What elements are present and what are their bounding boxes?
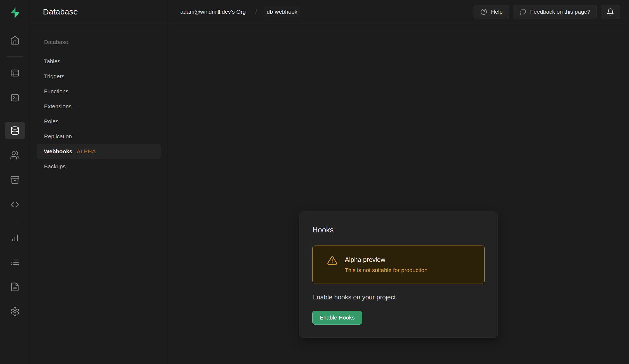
top-actions: Help Feedback on this page? bbox=[474, 5, 620, 19]
feedback-button-label: Feedback on this page? bbox=[530, 9, 590, 15]
database-sidebar: Database Database Tables Triggers Functi… bbox=[30, 0, 168, 364]
main-column: adam@windmill.dev's Org / db-webhook Hel… bbox=[168, 0, 629, 364]
content-area: Hooks Alpha preview This is not suitable… bbox=[168, 24, 629, 364]
edge-functions-icon bbox=[10, 200, 20, 210]
menu-item-backups[interactable]: Backups bbox=[37, 159, 161, 174]
notifications-button[interactable] bbox=[601, 5, 620, 19]
rail-divider bbox=[7, 221, 23, 221]
nav-database[interactable] bbox=[5, 122, 25, 139]
supabase-bolt-icon bbox=[9, 6, 21, 19]
nav-reports[interactable] bbox=[5, 229, 25, 246]
home-icon bbox=[10, 35, 20, 45]
sql-editor-icon bbox=[10, 93, 20, 103]
menu-item-extensions[interactable]: Extensions bbox=[37, 99, 161, 114]
nav-settings[interactable] bbox=[5, 303, 25, 320]
menu-item-replication[interactable]: Replication bbox=[37, 129, 161, 144]
api-docs-icon bbox=[10, 282, 20, 292]
page-title: Database bbox=[43, 7, 78, 16]
rail-divider bbox=[7, 114, 23, 114]
logs-icon bbox=[10, 257, 20, 267]
hooks-card-title: Hooks bbox=[312, 226, 485, 234]
alert-title: Alpha preview bbox=[345, 256, 427, 263]
feedback-button[interactable]: Feedback on this page? bbox=[513, 5, 597, 19]
app-root: Database Database Tables Triggers Functi… bbox=[0, 0, 629, 364]
menu-item-triggers[interactable]: Triggers bbox=[37, 69, 161, 84]
enable-hooks-button[interactable]: Enable Hooks bbox=[312, 311, 362, 325]
sidebar-header: Database bbox=[30, 0, 168, 24]
nav-storage[interactable] bbox=[5, 171, 25, 189]
help-circle-icon bbox=[480, 8, 487, 15]
breadcrumb: adam@windmill.dev's Org / db-webhook bbox=[178, 6, 300, 17]
nav-api-docs[interactable] bbox=[5, 278, 25, 296]
nav-auth[interactable] bbox=[5, 146, 25, 164]
rail-divider bbox=[7, 56, 23, 57]
nav-edge-functions[interactable] bbox=[5, 196, 25, 213]
breadcrumb-project[interactable]: db-webhook bbox=[264, 6, 300, 17]
menu-item-label: Webhooks bbox=[44, 147, 72, 156]
top-bar: adam@windmill.dev's Org / db-webhook Hel… bbox=[168, 0, 629, 24]
nav-sql-editor[interactable] bbox=[5, 89, 25, 106]
supabase-logo[interactable] bbox=[8, 5, 22, 20]
database-menu: Database Tables Triggers Functions Exten… bbox=[30, 24, 168, 174]
bell-icon bbox=[606, 8, 614, 16]
menu-section-label: Database bbox=[37, 39, 161, 45]
speech-bubble-icon bbox=[520, 8, 526, 15]
nav-table-editor[interactable] bbox=[5, 64, 25, 82]
storage-icon bbox=[10, 175, 20, 185]
alpha-preview-alert: Alpha preview This is not suitable for p… bbox=[312, 246, 485, 284]
alert-text-block: Alpha preview This is not suitable for p… bbox=[345, 256, 427, 273]
hooks-card-body: Enable hooks on your project. bbox=[312, 294, 485, 301]
menu-item-functions[interactable]: Functions bbox=[37, 84, 161, 99]
breadcrumb-separator: / bbox=[255, 8, 257, 15]
menu-item-roles[interactable]: Roles bbox=[37, 114, 161, 129]
nav-home[interactable] bbox=[5, 31, 25, 49]
settings-gear-icon bbox=[10, 307, 20, 317]
nav-rail bbox=[0, 0, 30, 364]
hooks-card: Hooks Alpha preview This is not suitable… bbox=[299, 211, 498, 338]
table-editor-icon bbox=[10, 68, 20, 78]
reports-icon bbox=[10, 233, 20, 243]
menu-item-tables[interactable]: Tables bbox=[37, 54, 161, 69]
alert-description: This is not suitable for production bbox=[345, 267, 427, 273]
breadcrumb-org[interactable]: adam@windmill.dev's Org bbox=[178, 6, 248, 17]
database-icon bbox=[10, 126, 20, 136]
warning-triangle-icon bbox=[327, 255, 337, 266]
menu-item-webhooks[interactable]: Webhooks ALPHA bbox=[37, 144, 161, 159]
nav-logs[interactable] bbox=[5, 253, 25, 271]
help-button-label: Help bbox=[491, 9, 503, 15]
help-button[interactable]: Help bbox=[474, 5, 509, 19]
alpha-badge: ALPHA bbox=[77, 147, 96, 156]
auth-users-icon bbox=[10, 150, 20, 160]
